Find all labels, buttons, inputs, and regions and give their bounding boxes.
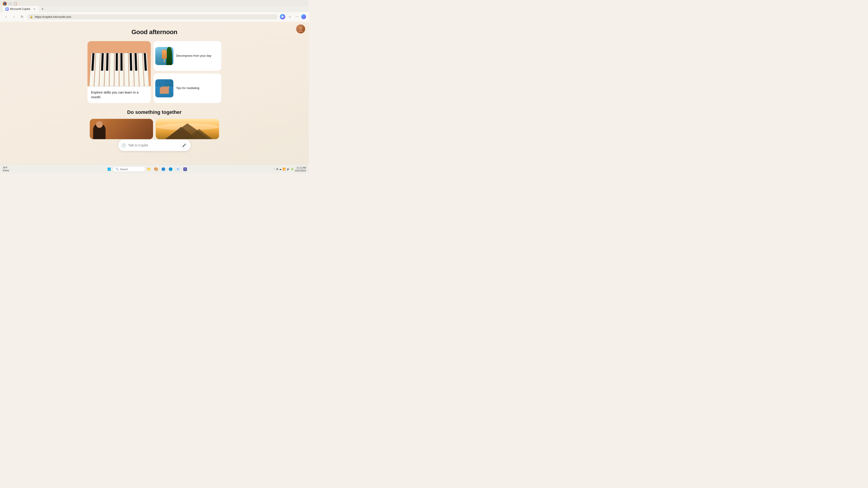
battery-icon[interactable]: 🔋	[291, 168, 294, 170]
sound-icon[interactable]: 🔊	[287, 168, 290, 170]
svg-rect-4	[109, 168, 111, 169]
url-input[interactable]: 🔒 https://copilot.microsoft.com	[27, 14, 278, 20]
profile-avatar-small[interactable]: 👤	[3, 2, 7, 6]
tab-favicon	[5, 7, 8, 11]
temperature: 78°F	[3, 166, 9, 169]
bottom-cards: Tim...	[90, 119, 219, 139]
greeting-heading: Good afternoon	[131, 29, 178, 36]
copilot-icon	[280, 14, 285, 20]
mountain-image	[156, 119, 219, 139]
tab-copilot[interactable]: Microsoft Copilot ✕	[3, 6, 39, 12]
mic-button[interactable]: 🎤	[181, 142, 187, 149]
wifi-icon[interactable]: 📶	[283, 168, 286, 170]
copilot-input[interactable]	[128, 143, 178, 147]
explore-skills-label: Explore skills you can learn in a month	[88, 86, 151, 103]
color-picker-button[interactable]: 🎨	[153, 166, 159, 172]
mountain-card[interactable]	[156, 119, 219, 139]
back-button[interactable]: ‹	[3, 13, 9, 20]
svg-point-0	[6, 8, 8, 10]
person-image	[90, 119, 153, 139]
tab-group-icon[interactable]: ⬜	[8, 1, 12, 6]
lock-icon: 🔒	[30, 15, 33, 18]
svg-point-2	[298, 30, 303, 32]
water-hand-image	[155, 79, 174, 97]
browser-taskbar-button[interactable]	[160, 166, 166, 172]
taskbar-search[interactable]: 🔍 Search	[113, 167, 145, 171]
weather-info[interactable]: 78°F Sunny	[3, 166, 9, 172]
tab-label: Microsoft Copilot	[10, 7, 31, 11]
svg-rect-5	[107, 169, 109, 171]
teams-taskbar-button[interactable]: T	[182, 166, 188, 172]
chevron-up-icon[interactable]: ⌃	[274, 168, 275, 170]
svg-rect-6	[109, 169, 111, 171]
title-bar: 👤 ⬜ 📋	[0, 0, 309, 6]
time-card[interactable]: Tim...	[90, 119, 153, 139]
copilot-bar[interactable]: 🕐 🎤	[118, 140, 191, 151]
copilot-address-icon[interactable]	[279, 13, 286, 20]
cards-grid: Explore skills you can learn in a month	[88, 41, 221, 103]
favorites-icon[interactable]: ☆	[287, 13, 293, 20]
mail-taskbar-button[interactable]: 📧	[175, 166, 181, 172]
tab-bar: Microsoft Copilot ✕ +	[0, 6, 309, 12]
date-display: 10/22/2024	[295, 169, 306, 172]
taskbar-right: ⌃ ⊞ ☁ 📶 🔊 🔋 11:11 AM 10/22/2024	[274, 166, 306, 172]
weather-condition: Sunny	[3, 169, 9, 172]
popsicle-image	[155, 47, 174, 65]
svg-rect-3	[107, 168, 109, 169]
history-clock-icon[interactable]: 🕐	[121, 143, 126, 148]
browser-content: Good afternoon	[0, 22, 309, 164]
mediating-card[interactable]: Tips for mediating	[153, 73, 221, 103]
more-options-icon[interactable]: ⋯	[294, 13, 300, 20]
time-card-label: Tim...	[92, 134, 99, 137]
browser-chrome: 👤 ⬜ 📋 Microsoft Copilot ✕ + ‹ › ↻ 🔒 http…	[0, 0, 309, 22]
section2-title: Do something together	[127, 109, 182, 115]
piano-image	[88, 41, 151, 86]
time-display: 11:11 AM	[295, 166, 306, 169]
cloud-icon[interactable]: ☁	[279, 168, 282, 170]
forward-button[interactable]: ›	[11, 13, 17, 20]
mediating-label: Tips for mediating	[176, 86, 199, 90]
url-text: https://copilot.microsoft.com	[35, 15, 275, 19]
decompress-label: Decompress from your day	[176, 54, 211, 58]
address-bar: ‹ › ↻ 🔒 https://copilot.microsoft.com ☆ …	[0, 12, 309, 22]
file-explorer-button[interactable]: 📁	[146, 166, 152, 172]
start-button[interactable]	[106, 166, 112, 172]
new-tab-button[interactable]: +	[39, 6, 46, 12]
refresh-button[interactable]: ↻	[19, 13, 25, 20]
taskbar-left: 78°F Sunny	[3, 166, 21, 172]
address-actions: ☆ ⋯	[279, 13, 306, 20]
decompress-card[interactable]: Decompress from your day	[153, 41, 221, 71]
taskbar: 78°F Sunny 🔍 Search 📁 🎨	[0, 164, 309, 173]
tab-close-button[interactable]: ✕	[33, 7, 36, 11]
search-icon: 🔍	[116, 168, 119, 170]
copilot-bar-container: 🕐 🎤	[118, 140, 191, 151]
svg-point-1	[299, 27, 302, 30]
history-icon[interactable]: 📋	[13, 1, 18, 6]
edge-copilot-icon[interactable]	[301, 14, 306, 19]
user-avatar-page[interactable]	[296, 24, 305, 33]
search-label: Search	[120, 168, 128, 170]
taskbar-center: 🔍 Search 📁 🎨 📧 T	[22, 166, 273, 172]
explore-skills-card[interactable]: Explore skills you can learn in a month	[88, 41, 151, 103]
edge-taskbar-button[interactable]	[167, 166, 174, 172]
clock[interactable]: 11:11 AM 10/22/2024	[295, 166, 306, 172]
display-icon[interactable]: ⊞	[276, 168, 278, 170]
